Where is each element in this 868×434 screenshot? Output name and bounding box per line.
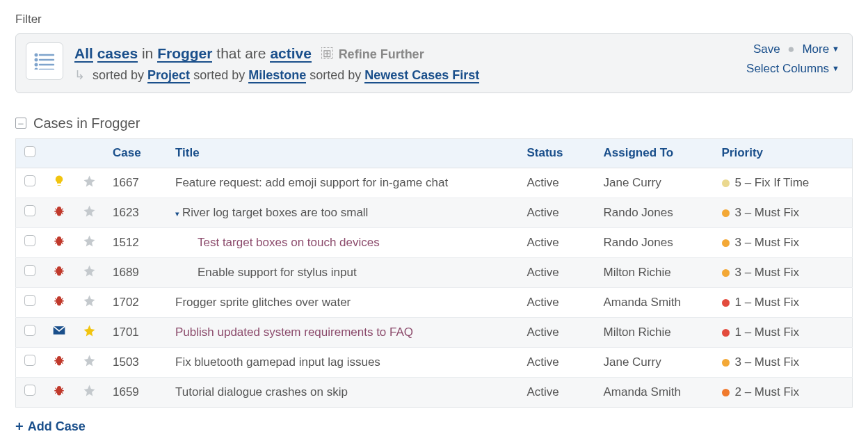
- filter-project-link[interactable]: Frogger: [157, 45, 212, 63]
- case-id-link[interactable]: 1702: [104, 287, 167, 317]
- case-title-link[interactable]: Frogger sprite glitches over water: [175, 296, 351, 309]
- sorted-by-text-3: sorted by: [310, 68, 361, 82]
- row-checkbox[interactable]: [24, 265, 35, 276]
- filter-cases-link[interactable]: cases: [97, 45, 138, 63]
- svg-point-2: [35, 59, 38, 61]
- row-checkbox[interactable]: [24, 175, 35, 186]
- type-icon: [44, 377, 74, 407]
- star-toggle[interactable]: [83, 177, 96, 191]
- status-text: Active: [519, 347, 595, 377]
- table-row: 1689Enable support for stylus inputActiv…: [16, 257, 853, 287]
- table-row: 1701Publish updated system requirements …: [16, 317, 853, 347]
- case-id-link[interactable]: 1623: [104, 198, 167, 227]
- group-header: − Cases in Frogger: [15, 115, 853, 131]
- filter-in-text: in: [142, 45, 153, 61]
- expand-icon[interactable]: ▾: [175, 209, 179, 218]
- chevron-down-icon: ▼: [832, 45, 839, 53]
- select-all-header[interactable]: [16, 138, 45, 168]
- refine-plus-icon[interactable]: ⊞: [321, 47, 333, 59]
- priority-dot-icon: [722, 389, 730, 396]
- svg-point-6: [35, 69, 38, 70]
- priority-dot-icon: [722, 359, 730, 367]
- priority-header[interactable]: Priority: [714, 138, 853, 168]
- filter-all-link[interactable]: All: [74, 45, 93, 63]
- title-header[interactable]: Title: [167, 138, 519, 168]
- priority-text: 3 – Must Fix: [714, 347, 853, 377]
- filter-actions: Save ● More▼ Select Columns▼: [746, 42, 839, 76]
- refine-further-link[interactable]: Refine Further: [339, 47, 424, 61]
- assignee-link[interactable]: Jane Curry: [595, 347, 714, 377]
- filter-status-link[interactable]: active: [270, 45, 312, 63]
- cases-table: Case Title Status Assigned To Priority 1…: [15, 138, 853, 408]
- status-text: Active: [519, 198, 595, 227]
- filter-text: All cases in Frogger that are active ⊞ R…: [74, 42, 841, 83]
- case-title-link[interactable]: Tutorial dialogue crashes on skip: [175, 385, 348, 399]
- star-toggle[interactable]: [83, 207, 96, 220]
- row-checkbox[interactable]: [24, 295, 35, 306]
- type-icon: [44, 287, 74, 317]
- case-id-link[interactable]: 1701: [104, 317, 167, 347]
- table-row: 1503Fix bluetooth gamepad input lag issu…: [16, 347, 853, 377]
- row-checkbox[interactable]: [24, 355, 35, 366]
- table-row: 1659Tutorial dialogue crashes on skipAct…: [16, 377, 853, 407]
- sorted-by-text-1: sorted by: [93, 68, 144, 82]
- table-row: 1623▾River log target boxes are too smal…: [16, 198, 853, 227]
- priority-text: 1 – Must Fix: [714, 287, 853, 317]
- case-id-link[interactable]: 1667: [104, 168, 167, 198]
- row-checkbox[interactable]: [24, 325, 35, 336]
- type-icon: [44, 257, 74, 287]
- type-icon: [44, 317, 74, 347]
- case-id-link[interactable]: 1689: [104, 257, 167, 287]
- case-title-link[interactable]: Enable support for stylus input: [175, 266, 357, 279]
- collapse-toggle[interactable]: −: [15, 118, 26, 129]
- case-header[interactable]: Case: [104, 138, 167, 168]
- row-checkbox[interactable]: [24, 205, 35, 216]
- select-columns-menu[interactable]: Select Columns▼: [746, 62, 839, 75]
- case-id-link[interactable]: 1503: [104, 347, 167, 377]
- star-toggle[interactable]: [83, 237, 96, 250]
- assignee-link[interactable]: Milton Richie: [595, 257, 714, 287]
- status-header[interactable]: Status: [519, 138, 595, 168]
- assignee-link[interactable]: Jane Curry: [595, 168, 714, 198]
- priority-dot-icon: [722, 329, 730, 337]
- case-title-link[interactable]: Publish updated system requirements to F…: [175, 326, 413, 339]
- case-id-link[interactable]: 1659: [104, 377, 167, 407]
- priority-dot-icon: [722, 269, 730, 277]
- assignee-link[interactable]: Milton Richie: [595, 317, 714, 347]
- assignee-link[interactable]: Amanda Smith: [595, 287, 714, 317]
- select-all-checkbox[interactable]: [24, 146, 35, 157]
- assigned-header[interactable]: Assigned To: [595, 138, 714, 168]
- case-title-link[interactable]: Feature request: add emoji support for i…: [175, 176, 448, 189]
- assignee-link[interactable]: Rando Jones: [595, 198, 714, 227]
- assignee-link[interactable]: Rando Jones: [595, 227, 714, 257]
- star-toggle[interactable]: [83, 387, 96, 400]
- add-case-label: Add Case: [28, 419, 86, 434]
- star-toggle[interactable]: [83, 327, 96, 340]
- row-checkbox[interactable]: [24, 235, 35, 246]
- table-row: 1512Test target boxes on touch devicesAc…: [16, 227, 853, 257]
- group-title: Cases in Frogger: [33, 115, 140, 131]
- add-case-button[interactable]: + Add Case: [15, 419, 86, 435]
- sort-newest-link[interactable]: Newest Cases First: [364, 68, 479, 83]
- row-checkbox[interactable]: [24, 385, 35, 396]
- sort-project-link[interactable]: Project: [147, 68, 190, 83]
- case-title-link[interactable]: Fix bluetooth gamepad input lag issues: [175, 355, 380, 369]
- more-menu[interactable]: More▼: [802, 42, 839, 56]
- star-header: [74, 138, 104, 168]
- case-title-link[interactable]: ▾River log target boxes are too small: [175, 206, 368, 219]
- priority-text: 3 – Must Fix: [714, 198, 853, 227]
- save-link[interactable]: Save: [753, 42, 780, 56]
- priority-dot-icon: [722, 299, 730, 307]
- filter-list-icon[interactable]: [26, 42, 63, 80]
- star-toggle[interactable]: [83, 357, 96, 370]
- type-icon: [44, 168, 74, 198]
- case-title-link[interactable]: Test target boxes on touch devices: [175, 236, 380, 249]
- svg-point-0: [35, 54, 38, 56]
- priority-text: 3 – Must Fix: [714, 227, 853, 257]
- case-id-link[interactable]: 1512: [104, 227, 167, 257]
- star-toggle[interactable]: [83, 297, 96, 310]
- star-toggle[interactable]: [83, 267, 96, 280]
- status-text: Active: [519, 377, 595, 407]
- sort-milestone-link[interactable]: Milestone: [248, 68, 306, 83]
- assignee-link[interactable]: Amanda Smith: [595, 377, 714, 407]
